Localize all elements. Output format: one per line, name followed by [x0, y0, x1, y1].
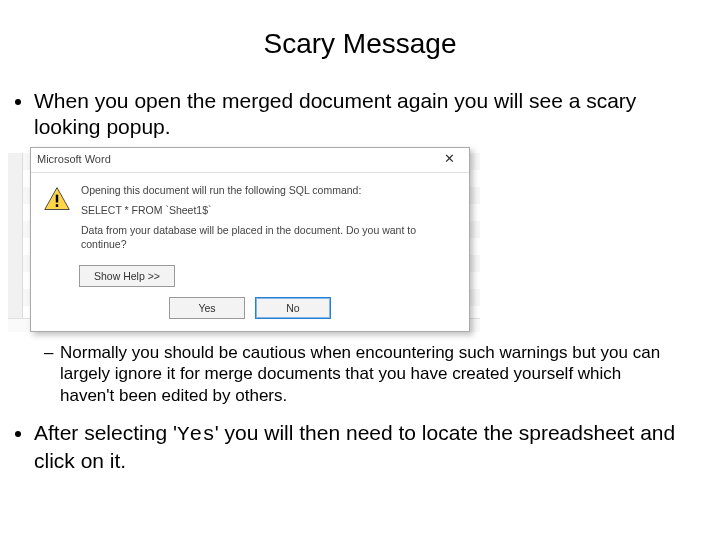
no-button[interactable]: No [255, 297, 331, 319]
bullet-2: After selecting 'Yes' you will then need… [34, 420, 680, 475]
dialog-titlebar: Microsoft Word ✕ [31, 148, 469, 173]
dialog-body: Opening this document will run the follo… [31, 173, 469, 262]
dialog-screenshot: Microsoft Word ✕ Opening this do [8, 147, 480, 333]
bullet-2-mono: Yes [177, 423, 215, 446]
svg-rect-1 [56, 194, 58, 202]
dialog-line-3: Data from your database will be placed i… [81, 223, 459, 251]
spreadsheet-gutter [8, 153, 23, 331]
dialog-line-1: Opening this document will run the follo… [81, 183, 459, 197]
word-dialog: Microsoft Word ✕ Opening this do [30, 147, 470, 333]
bullet-1-sub-text: Normally you should be cautious when enc… [60, 343, 660, 405]
dialog-line-2: SELECT * FROM `Sheet1$` [81, 203, 459, 217]
dialog-button-row: Yes No [31, 287, 469, 331]
bullet-list: When you open the merged document again … [34, 88, 720, 474]
close-icon[interactable]: ✕ [429, 148, 469, 172]
slide: Scary Message When you open the merged d… [0, 0, 720, 540]
sub-bullet-list: Normally you should be cautious when enc… [44, 342, 680, 406]
warning-icon [43, 185, 71, 213]
yes-button[interactable]: Yes [169, 297, 245, 319]
show-help-button[interactable]: Show Help >> [79, 265, 175, 287]
dialog-message: Opening this document will run the follo… [81, 183, 459, 258]
bullet-1: When you open the merged document again … [34, 88, 680, 406]
svg-rect-2 [56, 204, 58, 207]
bullet-2-pre: After selecting ' [34, 421, 177, 444]
bullet-1-text: When you open the merged document again … [34, 89, 636, 138]
slide-title: Scary Message [0, 28, 720, 60]
dialog-app-name: Microsoft Word [37, 153, 429, 167]
bullet-1-sub: Normally you should be cautious when enc… [44, 342, 670, 406]
